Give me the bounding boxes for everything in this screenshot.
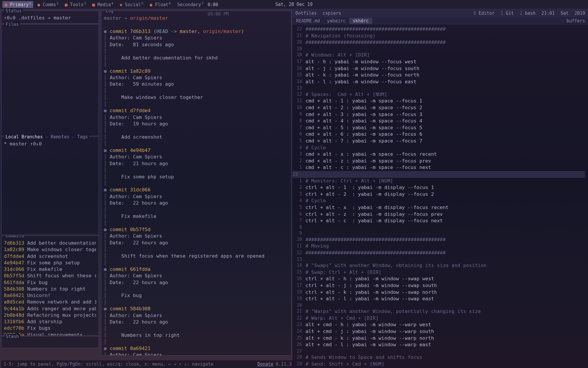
- code-line: 10######################################…: [293, 236, 585, 243]
- commit-row[interactable]: 9c44a1b Adds ranger and more yabai: [4, 306, 96, 312]
- buf-readme[interactable]: README.md: [293, 18, 323, 24]
- code-line: 28# Sends Window to Space and shifts foc…: [293, 354, 585, 361]
- code-line: 7cmd + alt - 5 : yabai -m space --focus …: [293, 125, 585, 131]
- code-line: 25alt + cmd - k : yabai -m window --warp…: [293, 335, 585, 342]
- commits-panel[interactable]: Commits 7d6b313 Add better documentation…: [1, 236, 99, 336]
- pos-indicator: 21:01: [539, 10, 558, 16]
- commit-row[interactable]: 2b0b48d Refactoring mux projects: [4, 312, 96, 319]
- tmux-window-bash[interactable]: 2 bash: [517, 10, 538, 16]
- branch-line[interactable]: * master ↑0↓0: [4, 141, 96, 147]
- editor-code[interactable]: 22######################################…: [293, 25, 588, 368]
- code-line: 20######################################…: [293, 39, 585, 46]
- code-line: 1cmd + alt - c : yabai -m space --focus …: [293, 164, 585, 171]
- buf-yabairc[interactable]: yabairc: [323, 18, 349, 24]
- commit-row[interactable]: a8d5ced Remove network and add icons t: [4, 299, 96, 305]
- workspace-social[interactable]: ◆ Social5: [117, 1, 146, 8]
- code-line: 5ctrl + alt - x : yabai -m display --foc…: [293, 204, 585, 211]
- code-line: 26alt + cmd - l : yabai -m window --warp…: [293, 342, 585, 348]
- workspace-media[interactable]: ■ Media4: [90, 1, 116, 8]
- code-line: 15alt - k : yabai -m window --focus nort…: [293, 72, 585, 79]
- code-line: 11cmd + alt - 1 : yabai -m space --focus…: [293, 98, 585, 105]
- lazygit-help: 1-5: jump to panel, PgUp/PgDn: scroll, e…: [1, 360, 294, 368]
- branches-panel[interactable]: Local Branches - Remotes - Tags * master…: [1, 137, 99, 235]
- buffer-bar[interactable]: README.md yabairc skhdrc buffers: [293, 17, 588, 25]
- code-line: 16ctrl + alt - h : yabai -m window --swa…: [293, 276, 585, 282]
- code-line: 12# Spaces: Cmd + Alt + [NUM]: [293, 91, 585, 98]
- tmux-window-editor[interactable]: 0 Editor: [470, 10, 497, 16]
- buf-skhdrc[interactable]: skhdrc: [349, 18, 372, 24]
- editor: Dotfiles cspiers 0 Editor1 Git2 bash 21:…: [293, 9, 588, 368]
- code-line: 23: [293, 171, 585, 178]
- tmux-tabbar[interactable]: Dotfiles cspiers 0 Editor1 Git2 bash 21:…: [293, 9, 588, 17]
- code-line: 1# Monitors: Ctrl + Alt + [NUM]: [293, 178, 585, 185]
- code-line: 14alt - l : yabai -m window --focus east: [293, 79, 585, 85]
- code-line: 22######################################…: [293, 26, 585, 33]
- crumb-dotfiles[interactable]: Dotfiles: [293, 10, 320, 16]
- workspace-secondary[interactable]: Secondary7: [175, 1, 206, 8]
- code-line: 19ctrl + alt - l : yabai -m window --swa…: [293, 296, 585, 302]
- code-line: 8: [293, 224, 585, 231]
- code-line: 3ctrl + alt - 2 : yabai -m display --foc…: [293, 191, 585, 198]
- code-line: 2ctrl + alt - 1 : yabai -m display --foc…: [293, 184, 585, 191]
- workspace-comms[interactable]: ● Comms2: [35, 1, 61, 8]
- commit-row[interactable]: edcf70b Fix bugs: [4, 325, 96, 331]
- menubar-date: Sat, 28 Dec 19: [275, 2, 313, 7]
- code-line: 17alt - h : yabai -m window --focus west: [293, 59, 585, 65]
- code-line: 11# Moving: [293, 243, 585, 250]
- code-line: 14# "Swaps" with another Window, obtaini…: [293, 262, 585, 269]
- code-line: 19: [293, 46, 585, 52]
- code-line: 17ctrl + alt - j : yabai -m window --swa…: [293, 282, 585, 289]
- commit-row[interactable]: 8a69421 Unicorn!: [4, 292, 96, 299]
- commit-row[interactable]: d7fdde4 Add screenshot: [4, 253, 96, 260]
- code-line: 29# Send: Shift + Cmd + [NUM]: [293, 361, 585, 368]
- code-line: 6ctrl + alt - z : yabai -m display --foc…: [293, 211, 585, 218]
- commit-row[interactable]: 31dc066 Fix makefile: [4, 266, 96, 273]
- code-line: 24alt + cmd - j : yabai -m window --warp…: [293, 328, 585, 335]
- code-line: 23alt + cmd - h : yabai -m window --warp…: [293, 321, 585, 328]
- code-line: 22# Warp: Alt + Cmd + [DIR]: [293, 315, 585, 322]
- code-line: 27: [293, 348, 585, 354]
- code-line: 2cmd + alt - z : yabai -m space --focus …: [293, 158, 585, 165]
- commit-row[interactable]: 1a82c89 Make windows closer together: [4, 246, 96, 253]
- files-panel[interactable]: Files: [1, 24, 99, 136]
- code-line: 13: [293, 85, 585, 91]
- status-text: ↑0↓0 .dotfiles → master: [4, 15, 96, 21]
- crumb-cspiers[interactable]: cspiers: [320, 10, 344, 16]
- code-line: 20: [293, 302, 585, 309]
- code-line: 3cmd + alt - x : yabai -m space --focus …: [293, 151, 585, 158]
- commit-row[interactable]: 661fdda Fix bug: [4, 279, 96, 286]
- commit-row[interactable]: 0b57f5d Shift focus when these registe: [4, 273, 96, 279]
- code-line: 21# Navigation (focussing): [293, 33, 585, 39]
- code-line: 12######################################…: [293, 250, 585, 256]
- donate-link[interactable]: Donate: [258, 362, 273, 367]
- menubar-spacer: 0:00: [208, 2, 586, 7]
- code-line: 9cmd + alt - 3 : yabai -m space --focus …: [293, 111, 585, 118]
- log-panel[interactable]: Log master → origin/master ● commit 7d6b…: [101, 11, 291, 356]
- code-line: 18# Windows: Alt + [DIR]: [293, 52, 585, 59]
- code-line: 7ctrl + alt - c : yabai -m display --foc…: [293, 218, 585, 224]
- code-line: 9: [293, 230, 585, 236]
- code-line: 21# "Warps" with another Window, potenti…: [293, 308, 585, 315]
- code-line: 6cmd + alt - 6 : yabai -m space --focus …: [293, 131, 585, 138]
- tmux-window-git[interactable]: 1 Git: [497, 10, 517, 16]
- code-line: 15# Swap: Ctrl + Alt + [DIR]: [293, 269, 585, 276]
- workspace-float[interactable]: ● Float6: [147, 1, 173, 8]
- code-line: 4# Cycle: [293, 145, 585, 151]
- commit-row[interactable]: 4e94b47 Fix some php setup: [4, 260, 96, 266]
- code-line: 18ctrl + alt - k : yabai -m window --swa…: [293, 289, 585, 296]
- code-line: 5cmd + alt - 7 : yabai -m space --focus …: [293, 138, 585, 145]
- commit-row[interactable]: 1310fb6 Add starship: [4, 319, 96, 325]
- workspace-tools[interactable]: ■ Tools3: [63, 1, 88, 8]
- workspace-primary[interactable]: ■ Primary1: [2, 1, 33, 8]
- code-line: 10cmd + alt - 2 : yabai -m space --focus…: [293, 105, 585, 111]
- commit-row[interactable]: 584b308 Numbers in top right: [4, 286, 96, 292]
- code-line: 4# Cycle: [293, 198, 585, 204]
- code-line: 16alt - j : yabai -m window --focus sout…: [293, 65, 585, 72]
- commit-row[interactable]: 7d6b313 Add better documentation for s: [4, 240, 96, 246]
- menubar: ■ Primary1● Comms2■ Tools3■ Media4◆ Soci…: [0, 0, 588, 9]
- code-line: 8cmd + alt - 4 : yabai -m space --focus …: [293, 118, 585, 125]
- stash-panel[interactable]: Stash: [1, 336, 99, 348]
- code-line: 13: [293, 256, 585, 263]
